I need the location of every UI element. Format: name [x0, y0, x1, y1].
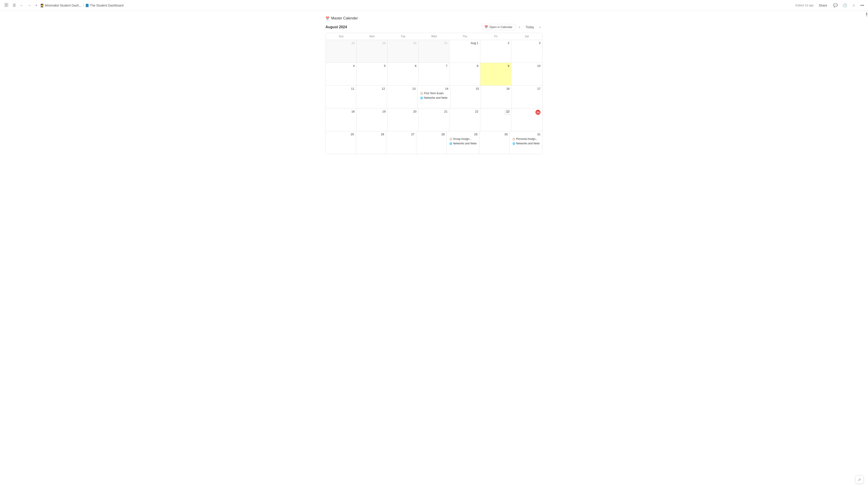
- calendar-cell-2[interactable]: 2: [480, 40, 511, 63]
- calendar-cell-10[interactable]: 10: [511, 63, 542, 86]
- cell-date: 12: [358, 87, 385, 90]
- parent-page-label: Minimalist Student Dash...: [45, 4, 82, 7]
- history-button[interactable]: 🕐: [842, 2, 848, 8]
- cell-date: 13: [389, 87, 415, 90]
- calendar-weeks: 28 29 30 31 Aug 1 2: [326, 40, 542, 154]
- calendar-cell-3[interactable]: 3: [511, 40, 542, 63]
- calendar-cell-15[interactable]: 15: [451, 86, 481, 108]
- scroll-indicator: [866, 14, 867, 15]
- calendar-week-4: 18 19 20 21 22 23: [326, 108, 542, 131]
- cell-date: 16: [483, 87, 509, 90]
- forward-button[interactable]: →: [26, 2, 33, 8]
- calendar-cell-24-current[interactable]: 24: [511, 108, 542, 131]
- today-button[interactable]: Today: [524, 24, 536, 30]
- calendar-week-3: 11 12 13 14 📋 First Term Exam: [326, 86, 542, 108]
- cell-date: 7: [421, 64, 447, 68]
- cell-date: 28: [418, 133, 445, 136]
- cell-date: 25: [328, 133, 354, 136]
- calendar-controls: 📅 Open in Calendar ‹ Today ›: [482, 24, 542, 30]
- expand-view-button[interactable]: ⤢: [855, 475, 864, 484]
- cell-date: 20: [390, 110, 416, 113]
- event-networks-2[interactable]: 🌐 Networks and Netw: [448, 141, 477, 145]
- calendar-title-row: 📅 Master Calender: [326, 16, 542, 20]
- calendar-cell-9-today[interactable]: 9: [480, 63, 511, 86]
- cell-date: 29: [448, 133, 477, 136]
- sidebar-toggle-icon[interactable]: ☰: [11, 2, 17, 8]
- back-button[interactable]: ←: [19, 2, 25, 8]
- cell-date: 27: [388, 133, 414, 136]
- calendar-days-header: Sun Mon Tue Wed Thu Fri Sat: [326, 33, 542, 40]
- cell-date: 8: [451, 64, 478, 68]
- event-icon: 🌐: [513, 142, 515, 145]
- more-options-button[interactable]: •••: [859, 2, 865, 8]
- open-in-calendar-button[interactable]: 📅 Open in Calendar: [482, 24, 515, 30]
- calendar-week-1: 28 29 30 31 Aug 1 2: [326, 40, 542, 63]
- next-month-button[interactable]: ›: [538, 24, 542, 30]
- event-icon: 📋: [450, 138, 452, 140]
- cell-date: Aug 1: [451, 41, 478, 45]
- calendar-cell-17[interactable]: 17: [512, 86, 542, 108]
- prev-month-button[interactable]: ‹: [517, 24, 522, 30]
- calendar-grid: Sun Mon Tue Wed Thu Fri Sat 28 29: [326, 33, 542, 154]
- calendar-cell-28-aug[interactable]: 28: [416, 131, 447, 154]
- event-first-term-exam[interactable]: 📋 First Term Exam: [419, 91, 448, 95]
- right-scrollbar: [865, 11, 868, 488]
- calendar-cell-22[interactable]: 22: [450, 108, 480, 131]
- event-group-assign[interactable]: 📋 Group Assign...: [448, 137, 477, 141]
- calendar-cell-23[interactable]: 23 +: [480, 108, 511, 131]
- calendar-cell-28-jul[interactable]: 28: [326, 40, 357, 63]
- calendar-cell-26[interactable]: 26: [356, 131, 386, 154]
- add-page-button[interactable]: +: [34, 2, 39, 8]
- notion-home-icon[interactable]: [3, 2, 10, 9]
- calendar-cell-31-jul[interactable]: 31: [418, 40, 450, 63]
- calendar-cell-30-jul[interactable]: 30: [388, 40, 418, 63]
- event-personal-assign[interactable]: 📋 Personal Assign...: [512, 137, 540, 141]
- calendar-cell-4[interactable]: 4: [326, 63, 357, 86]
- calendar-cell-29-jul[interactable]: 29: [357, 40, 388, 63]
- calendar-cell-14[interactable]: 14 📋 First Term Exam 🌐 Networks and Netw: [417, 86, 450, 108]
- current-page-icon: 📘: [85, 4, 89, 7]
- calendar-cell-11[interactable]: 11: [326, 86, 356, 108]
- day-header-wed: Wed: [418, 33, 450, 40]
- calendar-cell-31-aug[interactable]: 31 📋 Personal Assign... 🌐 Networks and N…: [510, 131, 542, 154]
- calendar-cell-25[interactable]: 25: [326, 131, 356, 154]
- calendar-header: August 2024 📅 Open in Calendar ‹ Today ›: [326, 24, 542, 30]
- calendar-cell-29[interactable]: 29 📋 Group Assign... 🌐 Networks and Netw: [447, 131, 479, 154]
- calendar-cell-21[interactable]: 21: [418, 108, 450, 131]
- topbar: ☰ ← → + 🧑‍🎓 Minimalist Student Dash... /…: [0, 0, 868, 11]
- calendar-section-title: Master Calender: [331, 16, 358, 20]
- share-button[interactable]: Share: [816, 2, 829, 8]
- scroll-indicator: [866, 12, 867, 12]
- calendar-cell-8[interactable]: 8: [450, 63, 480, 86]
- calendar-cell-6[interactable]: 6: [388, 63, 418, 86]
- cell-date: 26: [358, 133, 384, 136]
- main-content: 📅 Master Calender August 2024 📅 Open in …: [0, 11, 868, 488]
- cell-date: 18: [328, 110, 355, 113]
- calendar-cell-16[interactable]: 16: [481, 86, 512, 108]
- cell-date-today: 24: [535, 110, 540, 115]
- cell-date: 30: [481, 133, 508, 136]
- calendar-cell-7[interactable]: 7: [418, 63, 450, 86]
- calendar-cell-30[interactable]: 30: [479, 131, 510, 154]
- breadcrumb: 🧑‍🎓 Minimalist Student Dash... / 📘 The S…: [40, 4, 123, 7]
- event-networks-3[interactable]: 🌐 Networks and Netw: [512, 141, 540, 145]
- favorite-button[interactable]: ☆: [851, 2, 857, 8]
- calendar-cell-27[interactable]: 27: [386, 131, 416, 154]
- breadcrumb-current[interactable]: 📘 The Student Dashboard: [85, 4, 124, 7]
- calendar-cell-5[interactable]: 5: [357, 63, 388, 86]
- breadcrumb-parent[interactable]: 🧑‍🎓 Minimalist Student Dash...: [40, 4, 82, 7]
- event-networks-1[interactable]: 🌐 Networks and Netw: [419, 96, 448, 100]
- breadcrumb-separator: /: [83, 4, 84, 7]
- calendar-cell-13[interactable]: 13: [387, 86, 417, 108]
- event-label: Networks and Netw: [453, 142, 476, 145]
- event-label: Group Assign...: [453, 137, 471, 140]
- calendar-cell-19[interactable]: 19: [357, 108, 388, 131]
- calendar-week-2: 4 5 6 7 8 9: [326, 63, 542, 86]
- calendar-cell-20[interactable]: 20: [388, 108, 418, 131]
- day-header-tue: Tue: [388, 33, 418, 40]
- calendar-cell-12[interactable]: 12: [356, 86, 387, 108]
- calendar-cell-aug-1[interactable]: Aug 1: [450, 40, 480, 63]
- add-event-button-23[interactable]: +: [505, 110, 510, 115]
- comment-button[interactable]: 💬: [832, 2, 839, 8]
- calendar-cell-18[interactable]: 18: [326, 108, 357, 131]
